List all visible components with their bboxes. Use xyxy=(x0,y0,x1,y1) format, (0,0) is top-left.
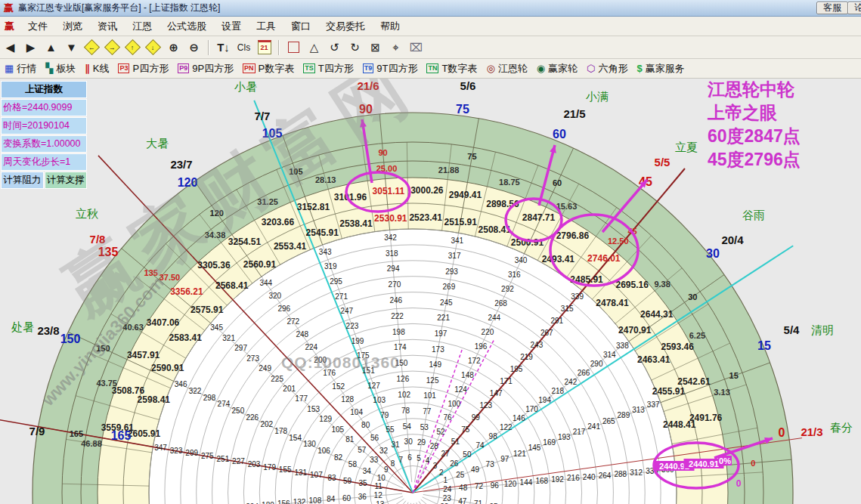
calc-support-button[interactable]: 计算支撑 xyxy=(45,172,88,189)
tab-winner-service[interactable]: $赢家服务 xyxy=(636,62,684,76)
price-ring-inner-value: 2538.41 xyxy=(339,218,373,229)
toolbar-separator xyxy=(208,40,209,55)
price-ring-inner-value: 2598.41 xyxy=(138,394,171,405)
menu-gann[interactable]: 江恩 xyxy=(125,18,160,35)
spiral-number: 321 xyxy=(222,334,235,342)
back-arrow-icon[interactable]: ◀ xyxy=(1,39,20,56)
menu-settings[interactable]: 设置 xyxy=(214,18,249,35)
spiral-number: 35 xyxy=(359,479,368,487)
up-arrow-icon[interactable]: ▲ xyxy=(42,39,60,56)
spiral-number: 217 xyxy=(573,428,586,436)
rotate-ccw-icon[interactable]: ↺ xyxy=(325,39,344,56)
rotate-cw-icon[interactable]: ↻ xyxy=(345,39,364,56)
spiral-number: 340 xyxy=(515,256,528,264)
spiral-number: 272 xyxy=(286,317,299,326)
spiral-number: 27 xyxy=(441,450,450,458)
spiral-number: 1 xyxy=(443,476,448,484)
percent-ring-value: 46.88 xyxy=(81,439,102,448)
menu-tools[interactable]: 工具 xyxy=(249,18,283,35)
forum-button[interactable]: 论坛 xyxy=(847,2,861,14)
menu-trading[interactable]: 交易委托 xyxy=(318,18,373,35)
tab-sectors[interactable]: ▚板块 xyxy=(45,62,76,76)
spiral-number: 24 xyxy=(443,485,452,493)
spiral-number: 83 xyxy=(327,474,336,482)
spiral-number: 25 xyxy=(456,471,465,479)
spiral-number: 13 xyxy=(376,500,385,504)
square-tool-icon[interactable] xyxy=(284,39,303,56)
spiral-number: 346 xyxy=(175,380,187,388)
spiral-number: 49 xyxy=(471,465,480,474)
axis-date-label: 7/8 xyxy=(90,233,106,246)
spiral-number: 318 xyxy=(386,249,398,258)
spiral-number: 293 xyxy=(445,267,458,276)
spiral-number: 271 xyxy=(335,292,348,301)
menu-browse[interactable]: 浏览 xyxy=(55,18,90,35)
forward-arrow-icon[interactable]: ▶ xyxy=(21,39,40,56)
calendar-icon[interactable]: 21 xyxy=(255,39,274,56)
customer-service-button[interactable]: 客服 xyxy=(816,2,848,14)
spiral-number: 323 xyxy=(170,447,183,455)
spiral-number: 247 xyxy=(340,307,353,315)
crosshair-icon[interactable]: ⌖ xyxy=(386,39,405,56)
spiral-number: 299 xyxy=(185,449,198,457)
spiral-number: 108 xyxy=(309,496,322,504)
spiral-number: 154 xyxy=(289,434,302,442)
menu-window[interactable]: 窗口 xyxy=(283,18,318,35)
axis-degree-label: 105 xyxy=(262,127,283,140)
tab-9p-square[interactable]: P99P四方形 xyxy=(178,62,234,76)
spiral-number: 74 xyxy=(475,441,485,450)
spiral-number: 337 xyxy=(647,400,660,409)
spiral-number: 316 xyxy=(508,271,521,279)
cls-button[interactable]: Cls xyxy=(234,39,253,56)
spiral-number: 47 xyxy=(458,497,467,504)
zoom-out-icon[interactable]: ⊖ xyxy=(184,39,203,56)
menu-help[interactable]: 帮助 xyxy=(373,18,407,35)
tab-t-number-table[interactable]: TNT数字表 xyxy=(426,62,477,76)
spiral-number: 153 xyxy=(307,405,320,413)
spiral-number: 5 xyxy=(417,454,421,462)
spiral-number: 248 xyxy=(296,330,308,339)
spiral-number: 100 xyxy=(448,400,460,408)
spiral-number: 319 xyxy=(324,262,337,271)
fit-window-icon[interactable]: ⊠ xyxy=(366,39,385,56)
diamond-up-icon[interactable]: ↑ xyxy=(123,39,142,56)
spiral-number: 312 xyxy=(630,468,643,477)
clear-drawings-icon[interactable]: ⌧ xyxy=(407,39,426,56)
spiral-number: 317 xyxy=(448,252,461,260)
diamond-left-icon[interactable]: ← xyxy=(82,39,101,56)
time-axis-icon[interactable]: T↓ xyxy=(214,39,233,56)
tab-winner-wheel[interactable]: ◉赢家轮 xyxy=(537,62,578,76)
axis-date-label: 5/5 xyxy=(655,156,671,169)
spiral-number: 342 xyxy=(384,233,397,242)
spiral-number: 313 xyxy=(632,406,645,414)
calc-resistance-button[interactable]: 计算阻力 xyxy=(1,172,44,189)
highlighted-price: 2440.91 xyxy=(689,459,719,468)
spiral-number: 347 xyxy=(154,444,167,452)
diamond-right-icon[interactable]: → xyxy=(103,39,122,56)
zoom-in-icon[interactable]: ⊕ xyxy=(164,39,183,56)
tab-gann-wheel[interactable]: ◎江恩轮 xyxy=(486,62,527,76)
menu-file[interactable]: 文件 xyxy=(20,18,55,35)
spiral-number: 146 xyxy=(513,414,525,422)
tab-p-number-table[interactable]: PNP数字表 xyxy=(243,62,294,76)
tab-p-square[interactable]: P3P四方形 xyxy=(118,62,169,76)
spiral-number: 171 xyxy=(500,377,513,385)
price-ring-inner-value: 2605.91 xyxy=(128,428,161,439)
spiral-number: 34 xyxy=(363,467,372,475)
triangle-tool-icon[interactable]: △ xyxy=(305,39,324,56)
spiral-number: 224 xyxy=(305,343,317,351)
tab-9t-square[interactable]: T99T四方形 xyxy=(363,62,418,76)
tab-quotes[interactable]: ▦行情 xyxy=(5,62,36,76)
menu-formula-stock-picking[interactable]: 公式选股 xyxy=(160,18,214,35)
tab-t-square[interactable]: TST四方形 xyxy=(303,62,353,76)
degree-ring-value: 75 xyxy=(467,152,476,161)
down-arrow-icon[interactable]: ▼ xyxy=(62,39,81,56)
spiral-number: 275 xyxy=(201,452,214,460)
tab-hexagon[interactable]: ⬡六角形 xyxy=(587,62,627,76)
spiral-number: 294 xyxy=(387,264,400,273)
solar-term-label: 立秋 xyxy=(76,207,98,220)
diamond-down-icon[interactable]: ↓ xyxy=(144,39,163,56)
menu-news[interactable]: 资讯 xyxy=(90,18,125,35)
tab-kline[interactable]: ∥K线 xyxy=(85,62,109,76)
spiral-number: 147 xyxy=(490,389,503,397)
